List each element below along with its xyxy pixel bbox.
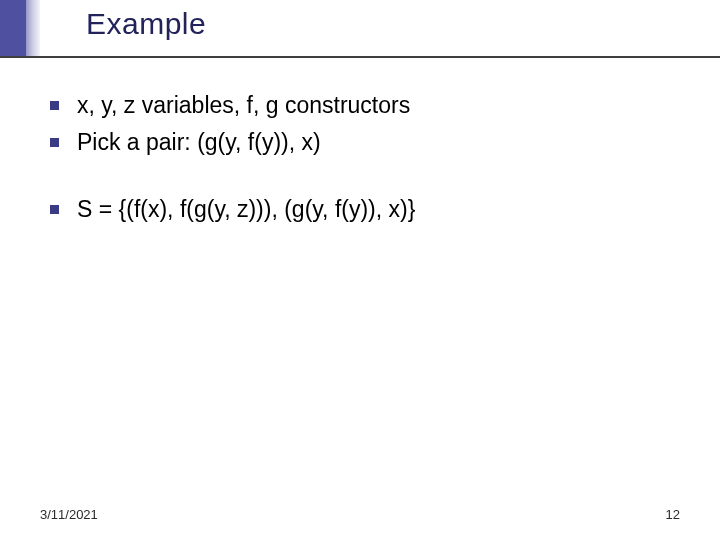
bullet-text: Pick a pair: (g(y, f(y)), x) xyxy=(77,127,321,158)
bullet-item: Pick a pair: (g(y, f(y)), x) xyxy=(50,127,680,158)
title-bar: Example xyxy=(0,0,720,58)
bullet-item: x, y, z variables, f, g constructors xyxy=(50,90,680,121)
bullet-text: x, y, z variables, f, g constructors xyxy=(77,90,410,121)
footer-date: 3/11/2021 xyxy=(40,507,98,522)
bullet-item: S = {(f(x), f(g(y, z))), (g(y, f(y)), x)… xyxy=(50,194,680,225)
square-bullet-icon xyxy=(50,205,59,214)
footer-page-number: 12 xyxy=(666,507,680,522)
slide-title: Example xyxy=(86,7,206,41)
square-bullet-icon xyxy=(50,138,59,147)
square-bullet-icon xyxy=(50,101,59,110)
bullet-text: S = {(f(x), f(g(y, z))), (g(y, f(y)), x)… xyxy=(77,194,415,225)
slide-body: x, y, z variables, f, g constructors Pic… xyxy=(50,90,680,231)
